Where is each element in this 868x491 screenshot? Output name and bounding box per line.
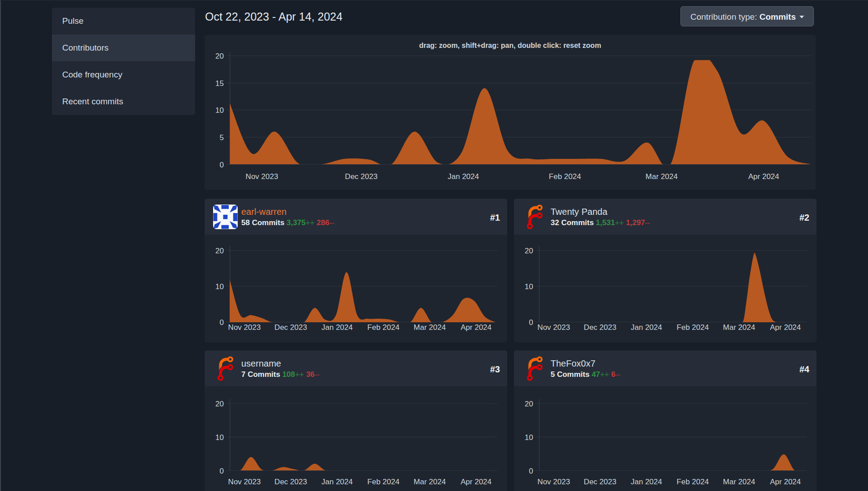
svg-text:Nov 2023: Nov 2023 [246,172,278,181]
svg-text:Feb 2024: Feb 2024 [677,478,709,486]
svg-text:0: 0 [220,467,224,475]
svg-text:Nov 2023: Nov 2023 [228,323,261,332]
svg-text:Mar 2024: Mar 2024 [723,323,755,332]
svg-text:Feb 2024: Feb 2024 [677,323,709,332]
svg-text:10: 10 [215,282,224,291]
svg-text:Apr 2024: Apr 2024 [748,172,779,181]
svg-text:20: 20 [525,247,533,255]
svg-text:Mar 2024: Mar 2024 [723,478,755,486]
svg-text:Jan 2024: Jan 2024 [321,478,353,486]
svg-text:Nov 2023: Nov 2023 [538,478,570,486]
svg-text:15: 15 [215,79,224,88]
svg-text:Nov 2023: Nov 2023 [228,478,261,486]
svg-text:Dec 2023: Dec 2023 [584,478,616,486]
svg-text:Dec 2023: Dec 2023 [274,323,307,332]
svg-text:20: 20 [215,400,224,408]
svg-text:Mar 2024: Mar 2024 [646,172,678,181]
svg-text:20: 20 [215,52,224,60]
svg-text:20: 20 [215,247,224,255]
svg-text:Mar 2024: Mar 2024 [414,323,446,332]
svg-text:5: 5 [220,133,224,142]
svg-text:20: 20 [525,400,533,408]
svg-text:Apr 2024: Apr 2024 [461,323,492,332]
svg-text:Dec 2023: Dec 2023 [584,323,616,332]
svg-text:Nov 2023: Nov 2023 [538,323,570,332]
svg-text:0: 0 [220,318,224,327]
svg-text:10: 10 [525,433,533,442]
svg-text:Dec 2023: Dec 2023 [345,172,378,181]
svg-text:Apr 2024: Apr 2024 [461,478,492,486]
svg-text:0: 0 [529,318,533,327]
svg-text:Apr 2024: Apr 2024 [770,478,801,486]
svg-text:10: 10 [525,282,533,291]
svg-text:10: 10 [215,106,224,115]
svg-text:Jan 2024: Jan 2024 [448,172,479,181]
svg-text:Apr 2024: Apr 2024 [770,323,801,332]
svg-text:Jan 2024: Jan 2024 [321,323,353,332]
svg-text:Feb 2024: Feb 2024 [368,478,400,486]
svg-text:10: 10 [215,433,224,442]
svg-text:0: 0 [220,161,224,169]
svg-text:Feb 2024: Feb 2024 [549,172,581,181]
svg-text:Jan 2024: Jan 2024 [631,323,662,332]
svg-text:Jan 2024: Jan 2024 [631,478,662,486]
svg-text:Mar 2024: Mar 2024 [414,478,446,486]
svg-text:0: 0 [529,467,533,475]
svg-text:Dec 2023: Dec 2023 [274,478,307,486]
svg-text:Feb 2024: Feb 2024 [368,323,400,332]
